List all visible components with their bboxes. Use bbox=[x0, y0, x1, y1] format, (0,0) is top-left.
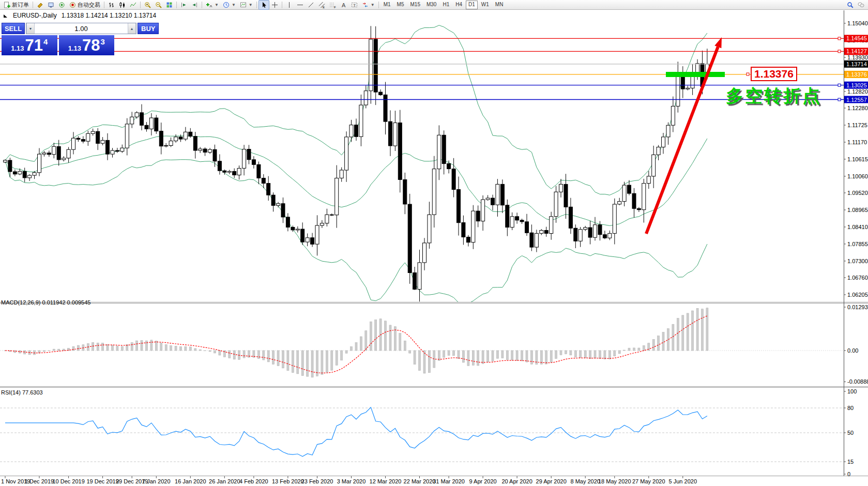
timeframe-button-d1[interactable]: D1 bbox=[466, 1, 478, 9]
date-tick-label: 7 Jan 2020 bbox=[142, 478, 170, 484]
bars-icon bbox=[108, 2, 115, 8]
timeframe-button-m30[interactable]: M30 bbox=[424, 1, 439, 9]
line-drag-handle[interactable] bbox=[838, 98, 841, 101]
signals-button[interactable] bbox=[56, 0, 67, 10]
toolbar-separator bbox=[202, 2, 202, 8]
date-tick-label: 20 Apr 2020 bbox=[501, 478, 532, 484]
price-axis[interactable]: 1.150401.144851.139301.128201.122801.117… bbox=[844, 20, 868, 298]
community-button[interactable] bbox=[856, 0, 866, 10]
chart-shift-button[interactable] bbox=[189, 0, 200, 10]
price-tick-label: 1.10615 bbox=[847, 156, 868, 162]
styler-button[interactable] bbox=[35, 0, 45, 10]
timeframe-button-h4[interactable]: H4 bbox=[453, 1, 465, 9]
timeframe-button-m15[interactable]: M15 bbox=[408, 1, 423, 9]
date-tick-label: 5 Jun 2020 bbox=[669, 478, 697, 484]
chat-icon bbox=[858, 2, 864, 8]
arrows-button[interactable]: ▼ bbox=[360, 0, 377, 10]
shift-icon bbox=[191, 2, 198, 8]
tag-anchor-handle[interactable] bbox=[747, 73, 749, 75]
sell-price[interactable]: 1.13714 bbox=[2, 35, 57, 55]
price-badge-label: 1.13714 bbox=[846, 61, 867, 67]
volume-input[interactable] bbox=[35, 23, 128, 34]
auto-scroll-button[interactable] bbox=[178, 0, 189, 10]
auto-trading-button[interactable]: 自动交易 bbox=[67, 0, 102, 10]
search-icon bbox=[847, 2, 854, 8]
line-drag-handle[interactable] bbox=[838, 37, 841, 40]
line-drag-handle[interactable] bbox=[838, 84, 841, 86]
text-button[interactable]: A bbox=[338, 0, 349, 10]
channel-icon: E bbox=[318, 2, 325, 8]
text-label-button[interactable]: T bbox=[349, 0, 360, 10]
tile-windows-button[interactable] bbox=[164, 0, 175, 10]
support-zone-bar[interactable] bbox=[666, 72, 725, 77]
linechart-icon bbox=[130, 2, 136, 8]
autoscroll-icon bbox=[180, 2, 187, 8]
chart-ohlc-values: 1.13318 1.14214 1.13210 1.13714 bbox=[62, 12, 157, 19]
bar-chart-button[interactable] bbox=[106, 0, 117, 10]
price-badge-label: 1.14545 bbox=[846, 35, 867, 41]
price-level-tag[interactable]: 1.13376 bbox=[751, 67, 797, 81]
price-tick-label: 1.13930 bbox=[847, 54, 868, 60]
brush-icon bbox=[37, 2, 43, 8]
zoom-out-button[interactable] bbox=[153, 0, 164, 10]
price-tick-label: 1.12280 bbox=[847, 105, 868, 111]
label-icon: T bbox=[351, 2, 358, 8]
timeframe-button-h1[interactable]: H1 bbox=[440, 1, 452, 9]
svg-text:50: 50 bbox=[847, 430, 854, 436]
text-icon: A bbox=[340, 2, 347, 8]
timeframe-button-w1[interactable]: W1 bbox=[479, 1, 492, 9]
rsi-layer bbox=[0, 407, 844, 462]
terminal-icon bbox=[48, 2, 54, 8]
candles-icon bbox=[119, 2, 126, 8]
sell-price-big: 71 bbox=[25, 36, 42, 54]
toolbar-separator bbox=[282, 2, 282, 8]
price-badge-label: 1.12557 bbox=[846, 97, 867, 103]
horizontal-line-button[interactable] bbox=[295, 0, 306, 10]
toolbar-separator bbox=[256, 2, 257, 8]
date-tick-label: 3 Mar 2020 bbox=[337, 478, 366, 484]
trend-arrow-head[interactable] bbox=[714, 37, 722, 48]
fibonacci-button[interactable]: F bbox=[327, 0, 338, 10]
crosshair-icon bbox=[271, 2, 278, 8]
timeframe-button-mn[interactable]: MN bbox=[493, 1, 506, 9]
sell-button[interactable]: SELL bbox=[2, 23, 25, 34]
terminal-button[interactable] bbox=[45, 0, 56, 10]
vertical-line-button[interactable] bbox=[284, 0, 295, 10]
tile-icon bbox=[166, 2, 173, 8]
date-tick-label: 18 May 2020 bbox=[598, 478, 631, 484]
timeframe-button-m1[interactable]: M1 bbox=[381, 1, 393, 9]
indicators-button[interactable]: ▼ bbox=[204, 0, 221, 10]
candle-chart-button[interactable] bbox=[117, 0, 128, 10]
price-badge-label: 1.14127 bbox=[846, 48, 867, 54]
crosshair-button[interactable] bbox=[269, 0, 280, 10]
timeframe-button-m5[interactable]: M5 bbox=[394, 1, 407, 9]
cn-annotation-text[interactable]: 多空转折点 bbox=[726, 84, 821, 108]
volume-increase-button[interactable]: ▲ bbox=[128, 23, 136, 34]
svg-text:T: T bbox=[353, 3, 356, 7]
equidistant-channel-button[interactable]: E bbox=[316, 0, 327, 10]
chart-canvas[interactable]: 1.150401.144851.139301.128201.122801.117… bbox=[0, 0, 868, 486]
zoom-out-icon bbox=[155, 2, 162, 8]
svg-text:100: 100 bbox=[847, 388, 857, 394]
templates-button[interactable]: ▼ bbox=[238, 0, 255, 10]
zoom-in-button[interactable] bbox=[142, 0, 153, 10]
time-axis[interactable]: 1 Nov 20191 Dec 201910 Dec 201919 Dec 20… bbox=[1, 476, 697, 484]
bollinger-bands-layer bbox=[5, 25, 707, 308]
periods-button[interactable]: ▼ bbox=[221, 0, 238, 10]
buy-price[interactable]: 1.13783 bbox=[59, 35, 115, 55]
line-chart-button[interactable] bbox=[128, 0, 139, 10]
pane-borders bbox=[0, 10, 868, 476]
date-tick-label: 31 Mar 2020 bbox=[433, 478, 465, 484]
buy-button[interactable]: BUY bbox=[138, 23, 159, 34]
cursor-button[interactable] bbox=[258, 0, 269, 10]
buy-price-pip: 3 bbox=[100, 37, 104, 54]
search-button[interactable] bbox=[845, 0, 856, 10]
volume-decrease-button[interactable]: ▼ bbox=[26, 23, 35, 34]
line-drag-handle[interactable] bbox=[838, 50, 841, 53]
sell-price-pip: 4 bbox=[43, 37, 48, 54]
new-order-button[interactable]: 新订单 bbox=[2, 0, 31, 10]
trendline-button[interactable] bbox=[306, 0, 316, 10]
date-tick-label: 22 Mar 2020 bbox=[404, 478, 436, 484]
date-tick-label: 4 Feb 2020 bbox=[239, 478, 268, 484]
indicators-icon bbox=[206, 2, 212, 8]
